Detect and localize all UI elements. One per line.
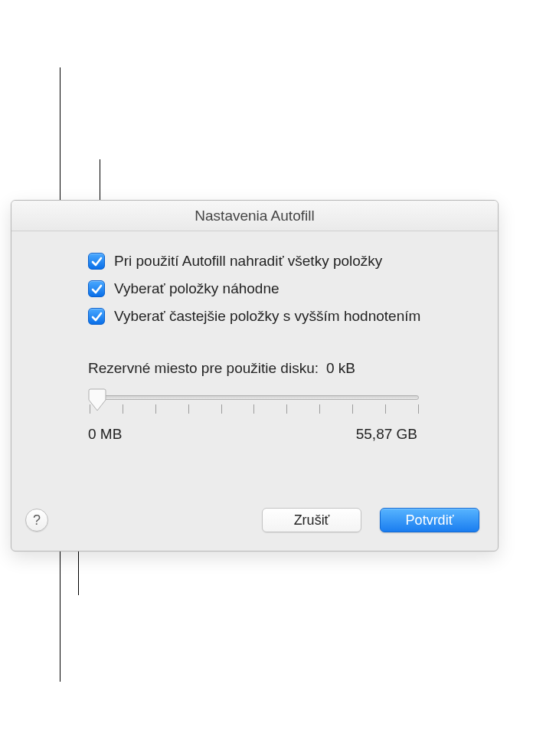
dialog-titlebar: Nastavenia Autofill xyxy=(11,201,498,231)
checkbox-row-higher-rated[interactable]: Vyberať častejšie položky s vyšším hodno… xyxy=(88,308,464,325)
checkbox-row-random[interactable]: Vyberať položky náhodne xyxy=(88,280,464,297)
reserve-space-slider[interactable] xyxy=(90,391,419,418)
slider-track xyxy=(90,395,419,400)
autofill-settings-dialog: Nastavenia Autofill Pri použití Autofill… xyxy=(11,200,499,551)
slider-max-label: 55,87 GB xyxy=(356,426,417,443)
help-button[interactable]: ? xyxy=(25,509,48,532)
help-icon: ? xyxy=(33,512,41,529)
checkmark-icon xyxy=(91,311,103,322)
checkbox-random[interactable] xyxy=(88,280,105,297)
checkbox-label-higher-rated: Vyberať častejšie položky s vyšším hodno… xyxy=(114,308,420,325)
reserve-space-value: 0 kB xyxy=(326,360,355,377)
checkbox-label-random: Vyberať položky náhodne xyxy=(114,280,280,297)
cancel-button[interactable]: Zrušiť xyxy=(262,508,361,532)
slider-range-labels: 0 MB 55,87 GB xyxy=(88,426,417,443)
checkbox-label-replace-all: Pri použití Autofill nahradiť všetky pol… xyxy=(114,253,382,270)
checkbox-row-replace-all[interactable]: Pri použití Autofill nahradiť všetky pol… xyxy=(88,253,464,270)
checkmark-icon xyxy=(91,283,103,295)
checkmark-icon xyxy=(91,256,103,267)
dialog-title: Nastavenia Autofill xyxy=(195,208,314,224)
reserve-space-block: Rezervné miesto pre použitie disku: 0 kB… xyxy=(88,360,464,443)
dialog-content: Pri použití Autofill nahradiť všetky pol… xyxy=(11,231,498,458)
checkbox-replace-all[interactable] xyxy=(88,253,105,270)
confirm-label: Potvrdiť xyxy=(406,512,454,529)
dialog-footer: ? Zrušiť Potvrdiť xyxy=(25,508,479,532)
confirm-button[interactable]: Potvrdiť xyxy=(380,508,479,532)
reserve-space-label: Rezervné miesto pre použitie disku: xyxy=(88,360,319,377)
slider-min-label: 0 MB xyxy=(88,426,122,443)
checkbox-higher-rated[interactable] xyxy=(88,308,105,325)
cancel-label: Zrušiť xyxy=(294,512,330,529)
slider-ticks xyxy=(90,404,419,414)
